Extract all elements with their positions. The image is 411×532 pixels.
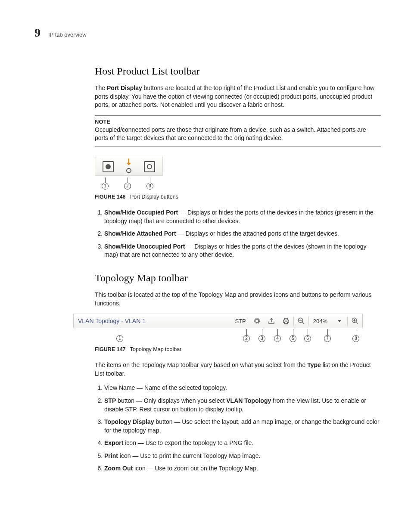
section2-intro: This toolbar is located at the top of th… (95, 291, 381, 308)
page-header: 9 IP tab overview (34, 26, 381, 40)
zoom-out-icon (297, 317, 305, 325)
section2-after-figure: The items on the Topology Map toolbar va… (95, 361, 381, 378)
figure-146-caption: FIGURE 146 Port Display buttons (95, 194, 381, 200)
figure-146-port-display-buttons (95, 157, 163, 176)
figure-147-caption: FIGURE 147 Topology Map toolbar (95, 346, 381, 352)
attached-port-button[interactable] (120, 160, 137, 174)
section-title-host-product-list: Host Product List toolbar (95, 65, 381, 77)
list-item: Export icon — Use to export the topology… (104, 439, 381, 448)
list-item: Show/Hide Occupied Port — Displays or hi… (104, 208, 381, 225)
occupied-port-icon (103, 161, 114, 172)
svg-line-1 (302, 322, 304, 324)
zoom-dropdown[interactable] (332, 314, 347, 328)
zoom-level-text: 204% (309, 314, 332, 328)
unoccupied-port-icon (144, 161, 155, 172)
zoom-in-button[interactable] (348, 314, 362, 328)
section1-list: Show/Hide Occupied Port — Displays or hi… (95, 208, 381, 259)
note-label: NOTE (95, 118, 381, 125)
attached-port-icon (126, 160, 131, 173)
list-item: View Name — Name of the selected topolog… (104, 384, 381, 392)
list-item: Zoom Out icon — Use to zoom out on the T… (104, 464, 381, 473)
list-item: Topology Display button — Use select the… (104, 418, 381, 435)
figure-146-callouts: 1 2 3 (95, 177, 381, 190)
gear-icon (253, 317, 261, 325)
export-icon (268, 317, 275, 325)
section1-intro: The Port Display buttons are located at … (95, 84, 381, 109)
chevron-down-icon (338, 320, 341, 322)
topology-display-button[interactable] (249, 314, 264, 328)
list-item: Show/Hide Unoccupied Port — Displays or … (104, 243, 381, 259)
figure-147-callouts: 1 2 3 4 5 6 7 8 (73, 329, 362, 342)
print-button[interactable] (279, 314, 293, 328)
note-text: Occupied/connected ports are those that … (95, 126, 381, 143)
note-block: NOTE Occupied/connected ports are those … (95, 115, 381, 146)
occupied-port-button[interactable] (100, 160, 117, 174)
stp-button[interactable]: STP (231, 314, 249, 328)
zoom-in-icon (351, 317, 359, 325)
list-item: Print icon — Use to print the current To… (104, 452, 381, 460)
zoom-out-button[interactable] (294, 314, 308, 328)
list-item: STP button — Only displays when you sele… (104, 397, 381, 414)
print-icon (282, 317, 290, 325)
view-name-label: VLAN Topology - VLAN 1 (74, 317, 181, 324)
export-button[interactable] (264, 314, 279, 328)
list-item: Show/Hide Attached Port — Displays or hi… (104, 230, 381, 238)
section-title-topology-map: Topology Map toolbar (95, 272, 381, 284)
figure-147-topology-map-toolbar: VLAN Topology - VLAN 1 STP 204% (73, 314, 363, 328)
chapter-number: 9 (34, 26, 40, 40)
section2-list: View Name — Name of the selected topolog… (95, 384, 381, 473)
breadcrumb: IP tab overview (48, 31, 87, 38)
unoccupied-port-button[interactable] (141, 160, 158, 174)
svg-line-4 (356, 322, 358, 324)
